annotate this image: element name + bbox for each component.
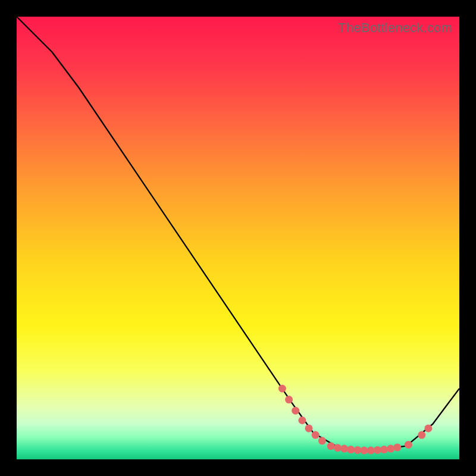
data-marker: [327, 442, 335, 450]
data-marker: [318, 437, 326, 444]
data-marker: [334, 444, 342, 452]
data-marker: [353, 446, 361, 454]
data-marker: [347, 446, 355, 453]
data-marker: [374, 446, 381, 454]
data-marker: [380, 446, 388, 453]
data-marker: [405, 441, 412, 449]
data-marker: [312, 431, 320, 439]
chart-canvas: TheBottleneck.com: [0, 0, 476, 476]
data-marker: [278, 385, 286, 393]
data-marker: [393, 443, 401, 451]
data-marker: [285, 396, 293, 403]
markers-group: [278, 385, 433, 455]
data-marker: [292, 407, 299, 415]
data-marker: [361, 447, 368, 455]
data-marker: [340, 445, 348, 453]
data-marker: [418, 431, 425, 439]
plot-area: TheBottleneck.com: [17, 17, 459, 459]
data-marker: [367, 447, 375, 455]
data-marker: [305, 424, 313, 432]
data-marker: [387, 445, 394, 453]
data-marker: [424, 424, 432, 432]
data-marker: [298, 416, 306, 424]
chart-svg: [17, 17, 459, 459]
curve-line: [17, 17, 459, 450]
